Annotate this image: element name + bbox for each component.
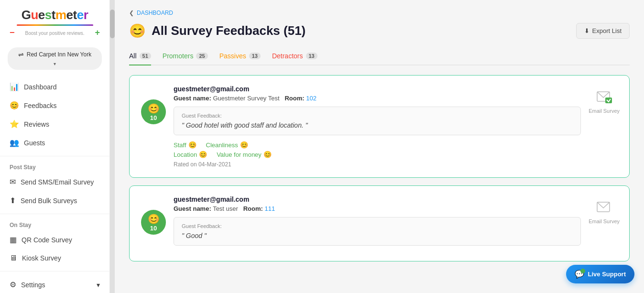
sidebar-item-label: QR Code Survey — [22, 236, 72, 244]
guest-email-2: guestmeter@gmail.com — [174, 195, 581, 203]
feedback-box: Guest Feedback: " Good hotel with good s… — [174, 107, 581, 135]
feedback-quote-2: " Good " — [182, 232, 573, 239]
guest-meta: Guest name: Guestmeter Survey Test Room:… — [174, 95, 581, 102]
logo-area: Guestmeter − Boost your positive reviews… — [0, 0, 109, 43]
tab-all[interactable]: All 51 — [129, 48, 151, 65]
logo-text: Guestmeter — [22, 8, 88, 22]
sidebar-item-send-sms[interactable]: ✉ Send SMS/Email Survey — [0, 173, 109, 191]
sidebar-item-kiosk[interactable]: 🖥 Kiosk Survey — [0, 249, 109, 267]
sidebar-item-label: Feedbacks — [24, 102, 56, 109]
email-survey-label: Email Survey — [589, 108, 620, 114]
send-bulk-icon: ⬆ — [10, 196, 16, 205]
sidebar-item-dashboard[interactable]: 📊 Dashboard — [0, 77, 109, 96]
sidebar-item-guests[interactable]: 👥 Guests — [0, 133, 109, 152]
scrollbar[interactable] — [110, 0, 115, 293]
tab-passives-badge: 13 — [249, 53, 261, 59]
room-label-2: Room: — [243, 205, 263, 212]
hotel-icon: ⇌ — [18, 51, 24, 58]
breadcrumb-arrow-icon: ❮ — [129, 10, 134, 16]
tab-passives[interactable]: Passives 13 — [219, 48, 261, 65]
rating-cleanliness: Cleanliness 😊 — [206, 141, 248, 149]
main-content: ❮ DASHBOARD 😊 All Survey Feedbacks (51) … — [115, 0, 644, 293]
sidebar-item-label: Kiosk Survey — [22, 254, 61, 262]
sidebar-item-reviews[interactable]: ⭐ Reviews — [0, 115, 109, 133]
dashboard-icon: 📊 — [10, 82, 19, 91]
breadcrumb-link[interactable]: DASHBOARD — [137, 10, 173, 16]
nav-divider-2 — [0, 214, 109, 214]
feedback-label-2: Guest Feedback: — [182, 223, 573, 229]
logo-minus-icon: − — [10, 28, 15, 38]
guests-icon: 👥 — [10, 138, 19, 147]
sidebar-item-label: Send Bulk Surveys — [21, 197, 77, 205]
on-stay-label: On Stay — [0, 218, 109, 230]
tab-detractors-badge: 13 — [306, 53, 317, 59]
live-support-button[interactable]: 💬 Live Support — [566, 265, 634, 283]
sidebar-item-send-bulk[interactable]: ⬆ Send Bulk Surveys — [0, 191, 109, 210]
avatar: 😊 10 — [141, 99, 166, 124]
room-number: 102 — [306, 95, 317, 102]
tab-promoters-badge: 25 — [196, 53, 207, 59]
export-list-button[interactable]: ⬇ Export List — [576, 23, 630, 39]
sidebar-item-label: Reviews — [24, 120, 49, 128]
page-title-wrap: 😊 All Survey Feedbacks (51) — [129, 23, 306, 39]
guest-name-2: Test user — [213, 205, 238, 212]
feedback-card-2: 😊 10 guestmeter@gmail.com Guest name: Te… — [129, 185, 630, 261]
scrollbar-thumb[interactable] — [110, 10, 115, 38]
cleanliness-emoji-icon: 😊 — [240, 141, 248, 149]
feedbacks-icon: 😊 — [10, 101, 19, 110]
live-icon-wrap: 💬 — [575, 270, 584, 279]
qr-code-icon: ▦ — [10, 235, 17, 244]
tab-promoters-label: Promoters — [163, 52, 194, 60]
sidebar-item-label: Dashboard — [24, 83, 57, 91]
staff-emoji-icon: 😊 — [188, 141, 196, 149]
sidebar-item-qr-code[interactable]: ▦ QR Code Survey — [0, 230, 109, 249]
sidebar-item-settings[interactable]: ⚙ Settings ▾ — [0, 275, 109, 293]
staff-label: Staff — [174, 141, 186, 149]
tabs: All 51 Promoters 25 Passives 13 Detracto… — [129, 48, 630, 65]
export-icon: ⬇ — [584, 27, 589, 34]
rated-on: Rated on 04-Mar-2021 — [174, 161, 581, 168]
card-body: guestmeter@gmail.com Guest name: Guestme… — [174, 85, 581, 168]
logo-plus-icon: + — [95, 28, 100, 38]
email-survey-action-2[interactable]: Email Survey — [589, 200, 620, 224]
page-emoji-icon: 😊 — [129, 23, 146, 39]
rating-value: Value for money 😊 — [217, 151, 272, 158]
guest-meta-2: Guest name: Test user Room: 111 — [174, 205, 581, 212]
feedback-card: 😊 10 guestmeter@gmail.com Guest name: Gu… — [129, 75, 630, 178]
feedback-quote: " Good hotel with good staff and locatio… — [182, 121, 573, 129]
sidebar-item-label: Guests — [24, 139, 45, 147]
tab-all-badge: 51 — [140, 53, 151, 59]
avatar-score-2: 10 — [150, 225, 157, 232]
nav-divider-3 — [0, 271, 109, 271]
avatar-2: 😊 10 — [141, 210, 166, 235]
hotel-selector[interactable]: ⇌ Red Carpet Inn New York ▾ — [8, 47, 102, 70]
page-header: 😊 All Survey Feedbacks (51) ⬇ Export Lis… — [129, 23, 630, 39]
avatar-emoji-icon-2: 😊 — [148, 213, 160, 225]
logo-actions: − Boost your positive reviews. + — [10, 26, 100, 40]
rating-location: Location 😊 — [174, 151, 207, 158]
guest-name-label-2: Guest name: — [174, 205, 211, 212]
sidebar: Guestmeter − Boost your positive reviews… — [0, 0, 110, 293]
ratings-row-2: Location 😊 Value for money 😊 — [174, 151, 581, 158]
reviews-icon: ⭐ — [10, 119, 19, 129]
breadcrumb: ❮ DASHBOARD — [129, 10, 630, 16]
tab-promoters[interactable]: Promoters 25 — [163, 48, 208, 65]
main-nav: 📊 Dashboard 😊 Feedbacks ⭐ Reviews 👥 Gues… — [0, 76, 109, 293]
feedback-label: Guest Feedback: — [182, 113, 573, 119]
send-sms-icon: ✉ — [10, 177, 16, 186]
content-area: ❮ DASHBOARD 😊 All Survey Feedbacks (51) … — [115, 0, 644, 293]
value-emoji-icon: 😊 — [263, 151, 272, 158]
email-survey-action[interactable]: Email Survey — [589, 90, 620, 114]
feedback-box-2: Guest Feedback: " Good " — [174, 217, 581, 246]
location-emoji-icon: 😊 — [199, 151, 207, 158]
nav-divider-1 — [0, 156, 109, 156]
room-label: Room: — [284, 95, 304, 102]
email-survey-label-2: Email Survey — [589, 218, 620, 224]
sidebar-item-feedbacks[interactable]: 😊 Feedbacks — [0, 96, 109, 115]
guest-email: guestmeter@gmail.com — [174, 85, 581, 93]
guest-name: Guestmeter Survey Test — [213, 95, 279, 102]
ratings-row: Staff 😊 Cleanliness 😊 — [174, 141, 581, 149]
hotel-name: Red Carpet Inn New York — [27, 51, 91, 58]
tab-detractors[interactable]: Detractors 13 — [272, 48, 317, 65]
live-dot-icon — [580, 269, 585, 273]
